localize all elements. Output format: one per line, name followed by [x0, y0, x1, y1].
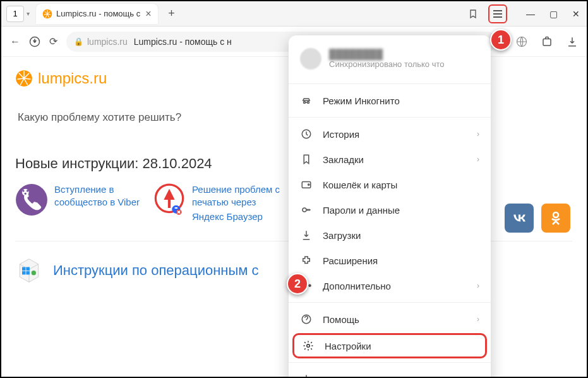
menu-separator: [289, 362, 491, 363]
social-buttons: [505, 204, 570, 233]
passwords-icon: [300, 204, 313, 216]
menu-label: Расширения: [323, 255, 378, 266]
hamburger-icon: [493, 10, 502, 18]
tab-dropdown-chevron[interactable]: ▾: [27, 10, 30, 17]
menu-incognito[interactable]: Режим Инкогнито: [289, 88, 491, 113]
article-sublink: Яндекс Браузер: [192, 211, 280, 222]
svg-rect-16: [22, 271, 26, 274]
menu-label: Закрыть Браузер: [323, 374, 398, 379]
settings-icon: [302, 339, 315, 352]
yandex-browser-icon: [153, 183, 186, 216]
svg-point-7: [22, 190, 24, 192]
help-icon: [300, 313, 313, 326]
menu-wallet[interactable]: Кошелёк и карты: [289, 172, 491, 197]
user-name: ████████: [329, 49, 445, 59]
svg-point-8: [27, 190, 28, 192]
svg-point-25: [307, 344, 310, 348]
article-card-yandex[interactable]: Решение проблем с печатью через Яндекс Б…: [153, 183, 280, 222]
svg-rect-12: [175, 207, 177, 209]
tab-counter[interactable]: 1: [6, 6, 24, 22]
back-button[interactable]: ←: [10, 36, 20, 47]
svg-rect-3: [543, 39, 551, 46]
url-title: Lumpics.ru - помощь с н: [134, 37, 232, 47]
extensions-icon[interactable]: [541, 36, 553, 47]
menu-label: Пароли и данные: [323, 205, 400, 216]
svg-point-9: [25, 193, 27, 195]
menu-separator: [289, 117, 491, 118]
download-icon[interactable]: [567, 36, 578, 47]
close-window-button[interactable]: ✕: [570, 9, 582, 19]
menu-separator: [289, 302, 491, 303]
os-cube-icon: [15, 257, 43, 284]
svg-point-19: [553, 212, 558, 217]
svg-rect-14: [22, 267, 26, 271]
maximize-button[interactable]: ▢: [548, 9, 559, 19]
menu-label: Загрузки: [323, 230, 361, 241]
browser-tab[interactable]: Lumpics.ru - помощь с ×: [36, 4, 158, 24]
menu-bookmarks[interactable]: Закладки ›: [289, 147, 491, 172]
history-icon: [300, 128, 313, 140]
menu-separator: [289, 83, 491, 84]
extensions-icon: [300, 254, 313, 267]
menu-label: Дополнительно: [323, 281, 391, 291]
tab-bar: 1 ▾ Lumpics.ru - помощь с × + — ▢ ✕: [1, 1, 587, 27]
svg-point-5: [16, 184, 47, 216]
wallet-icon: [300, 178, 313, 191]
svg-point-18: [32, 271, 36, 275]
minimize-button[interactable]: —: [525, 9, 536, 19]
reload-button[interactable]: ⟳: [49, 35, 57, 47]
menu-label: Закладки: [323, 154, 364, 165]
menu-label: Кошелёк и карты: [323, 180, 397, 190]
menu-label: Помощь: [323, 314, 359, 325]
os-section-title: Инструкции по операционным с: [53, 262, 259, 279]
article-link: Вступление в сообщество в Viber: [54, 183, 143, 209]
svg-rect-17: [26, 271, 30, 274]
viber-icon: [15, 183, 48, 216]
tab-title: Lumpics.ru - помощь с: [56, 9, 140, 18]
annotation-badge-2: 2: [287, 273, 308, 295]
tab-close-icon[interactable]: ×: [145, 8, 151, 20]
menu-more[interactable]: ••• Дополнительно ›: [289, 273, 491, 298]
ok-button[interactable]: [541, 204, 570, 233]
svg-rect-15: [26, 267, 30, 271]
menu-extensions[interactable]: Расширения: [289, 248, 491, 273]
menu-passwords[interactable]: Пароли и данные: [289, 197, 491, 223]
menu-user-section[interactable]: ████████ Синхронизировано только что: [289, 44, 491, 80]
menu-close-browser[interactable]: Закрыть Браузер: [289, 367, 491, 378]
menu-help[interactable]: Помощь ›: [289, 307, 491, 332]
chevron-right-icon: ›: [477, 130, 479, 138]
svg-point-22: [308, 184, 309, 185]
lock-icon: 🔒: [74, 37, 83, 46]
globe-translate-icon[interactable]: [516, 36, 527, 47]
power-icon: [300, 373, 313, 378]
menu-downloads[interactable]: Загрузки: [289, 223, 491, 248]
logo-icon: [15, 70, 33, 87]
incognito-icon: [300, 94, 313, 107]
browser-menu: ████████ Синхронизировано только что Реж…: [289, 35, 491, 378]
svg-point-23: [303, 208, 306, 212]
menu-label: Режим Инкогнито: [323, 95, 400, 106]
menu-label: Настройки: [325, 341, 371, 351]
yandex-home-icon[interactable]: [29, 36, 40, 47]
hamburger-menu-button[interactable]: [488, 4, 507, 23]
tab-favicon-icon: [42, 9, 52, 19]
article-card-viber[interactable]: Вступление в сообщество в Viber: [15, 183, 143, 222]
url-domain: lumpics.ru: [87, 37, 128, 47]
sync-status: Синхронизировано только что: [329, 59, 445, 69]
bookmark-flag-icon[interactable]: [468, 9, 478, 19]
logo-text: lumpics.ru: [38, 70, 107, 87]
new-tab-button[interactable]: +: [163, 5, 181, 23]
menu-label: История: [323, 129, 359, 140]
chevron-right-icon: ›: [477, 315, 479, 324]
bookmarks-icon: [300, 153, 313, 166]
menu-settings[interactable]: Настройки: [292, 333, 487, 358]
menu-history[interactable]: История ›: [289, 121, 491, 147]
vk-button[interactable]: [505, 204, 534, 233]
chevron-right-icon: ›: [477, 155, 479, 164]
article-link: Решение проблем с печатью через: [192, 183, 280, 209]
user-avatar: [300, 48, 321, 70]
annotation-badge-1: 1: [490, 29, 512, 51]
chevron-right-icon: ›: [477, 281, 479, 290]
downloads-icon: [300, 229, 313, 241]
